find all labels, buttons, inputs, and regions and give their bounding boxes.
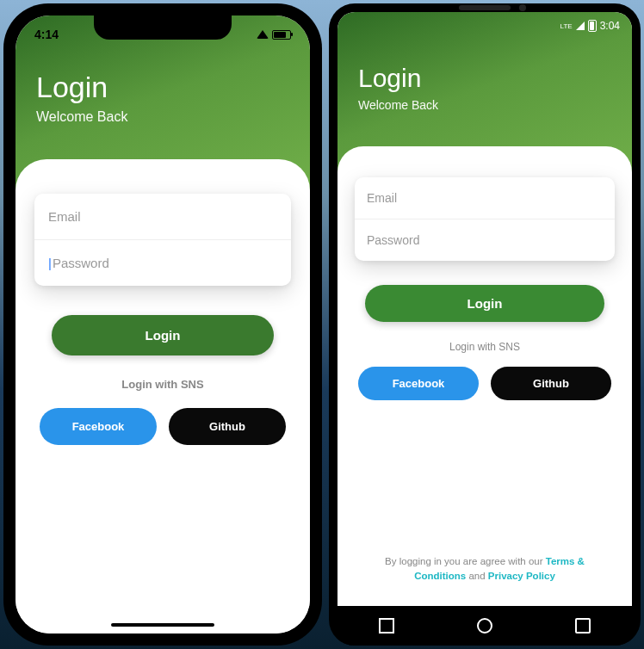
- disclaimer-mid: and: [466, 571, 488, 581]
- login-input-card: Email |Password: [34, 194, 291, 286]
- sns-label: Login with SNS: [355, 341, 615, 353]
- privacy-link[interactable]: Privacy Policy: [488, 571, 555, 581]
- page-subtitle: Welcome Back: [36, 109, 289, 125]
- nav-back-icon[interactable]: [379, 618, 394, 634]
- email-field[interactable]: Email: [355, 177, 615, 219]
- email-placeholder: Email: [367, 191, 397, 205]
- ios-status-time: 4:14: [34, 28, 59, 41]
- github-button-label: Github: [209, 420, 245, 433]
- facebook-button-label: Facebook: [72, 420, 125, 433]
- battery-icon: [272, 30, 291, 40]
- password-placeholder: Password: [367, 233, 419, 247]
- text-cursor: |: [48, 256, 52, 270]
- android-screen: . LTE 3:04 Login Welcome Back Email Pass…: [337, 12, 632, 606]
- ios-status-icons: [257, 30, 291, 40]
- login-disclaimer: By logging in you are agree with our Ter…: [355, 537, 615, 596]
- email-field[interactable]: Email: [34, 194, 291, 240]
- login-button-label: Login: [146, 328, 181, 343]
- github-button[interactable]: Github: [169, 408, 286, 445]
- page-title: Login: [358, 64, 611, 93]
- lte-label: LTE: [560, 22, 573, 30]
- nav-home-icon[interactable]: [477, 618, 492, 634]
- disclaimer-prefix: By logging in you are agree with our: [385, 556, 546, 566]
- password-field[interactable]: |Password: [34, 240, 291, 286]
- login-button[interactable]: Login: [52, 315, 274, 355]
- facebook-button[interactable]: Facebook: [40, 408, 157, 445]
- android-status-time: 3:04: [600, 20, 620, 32]
- login-button[interactable]: Login: [365, 285, 604, 322]
- page-subtitle: Welcome Back: [358, 98, 611, 112]
- login-button-label: Login: [468, 296, 503, 311]
- login-input-card: Email Password: [355, 177, 615, 261]
- github-button[interactable]: Github: [491, 367, 611, 400]
- facebook-button[interactable]: Facebook: [358, 367, 479, 400]
- password-placeholder: Password: [53, 256, 109, 270]
- sns-button-row: Facebook Github: [358, 367, 611, 400]
- android-login-sheet: Email Password Login Login with SNS Face…: [337, 146, 632, 606]
- nav-recent-icon[interactable]: [575, 618, 591, 634]
- android-status-bar: . LTE 3:04: [337, 12, 632, 34]
- page-title: Login: [36, 71, 289, 104]
- wifi-icon: [257, 30, 269, 39]
- android-nav-bar: [337, 606, 632, 646]
- sns-button-row: Facebook Github: [40, 408, 286, 445]
- ios-login-sheet: Email |Password Login Login with SNS Fac…: [15, 159, 310, 634]
- signal-icon: [576, 22, 585, 30]
- ios-home-indicator[interactable]: [111, 623, 214, 627]
- battery-icon: [588, 20, 597, 32]
- email-placeholder: Email: [48, 209, 81, 224]
- ios-screen: 4:14 Login Welcome Back Email |Password …: [15, 15, 310, 634]
- android-camera: [459, 5, 511, 10]
- ios-device-frame: 4:14 Login Welcome Back Email |Password …: [3, 3, 322, 646]
- android-device-frame: . LTE 3:04 Login Welcome Back Email Pass…: [329, 3, 641, 646]
- github-button-label: Github: [533, 377, 569, 390]
- sns-label: Login with SNS: [34, 378, 291, 391]
- ios-notch: [94, 15, 232, 40]
- facebook-button-label: Facebook: [393, 377, 445, 390]
- password-field[interactable]: Password: [355, 219, 615, 261]
- android-status-icons: LTE 3:04: [560, 20, 620, 32]
